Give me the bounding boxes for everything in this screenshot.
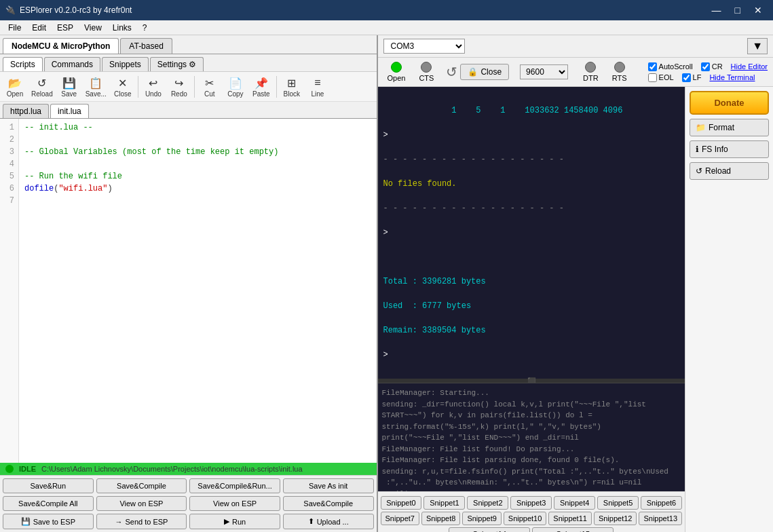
save-run-button[interactable]: Save&Run [3, 478, 94, 493]
cr-label[interactable]: CR [701, 62, 723, 71]
refresh-icon: ↺ [446, 64, 457, 80]
maximize-button[interactable]: □ [730, 3, 746, 17]
snippet6-button[interactable]: Snippet6 [641, 496, 682, 510]
snippet10-button[interactable]: Snippet10 [504, 512, 547, 525]
eol-label[interactable]: EOL [648, 73, 674, 82]
format-button[interactable]: 📁 Format [690, 119, 769, 136]
run-button[interactable]: ▶ Run [189, 514, 280, 529]
toolbar-open[interactable]: 📂 Open [3, 74, 27, 99]
saveas-icon: 📋 [88, 75, 103, 90]
snippet2-button[interactable]: Snippet2 [467, 496, 508, 510]
btn-row-1: Save&Run Save&Compile Save&Compile&Run..… [3, 478, 374, 493]
file-tab-init[interactable]: init.lua [50, 104, 89, 118]
com-refresh-icon[interactable]: ▼ [747, 38, 768, 54]
snippet8-button[interactable]: Snippet8 [421, 512, 460, 525]
hide-terminal-link[interactable]: Hide Terminal [709, 73, 755, 82]
toolbar-cut[interactable]: ✂ Cut [197, 74, 222, 99]
toolbar-redo[interactable]: ↪ Redo [167, 74, 191, 99]
autoscroll-label[interactable]: AutoScroll [648, 62, 693, 71]
save-compile-button-2[interactable]: Save&Compile [283, 496, 374, 511]
code-editor[interactable]: 1 2 3 4 5 6 7 -- init.lua -- -- Global V… [0, 119, 377, 463]
terminal-log: FileManager: Starting... sending: _dir=f… [378, 383, 685, 491]
lf-checkbox[interactable] [682, 73, 691, 82]
send-to-esp-button[interactable]: → Send to ESP [96, 514, 187, 529]
menu-help[interactable]: ? [137, 22, 153, 34]
toolbar-saveas[interactable]: 📋 Save... [83, 74, 109, 99]
menu-esp[interactable]: ESP [52, 22, 79, 34]
snippet1-button[interactable]: Snippet1 [423, 496, 465, 510]
snippet14-button[interactable]: Snippet14 [449, 527, 530, 532]
toolbar-block[interactable]: ⊞ Block [280, 74, 304, 99]
hide-editor-link[interactable]: Hide Editor [731, 62, 768, 71]
menu-file[interactable]: File [3, 22, 26, 34]
log-text: FileManager: Starting... sending: _dir=f… [382, 387, 681, 491]
close-button[interactable]: ✕ [749, 3, 768, 17]
lf-label[interactable]: LF [682, 73, 702, 82]
tab-snippets[interactable]: Snippets [102, 57, 149, 71]
titlebar-controls: — □ ✕ [706, 3, 768, 17]
save-as-init-button[interactable]: Save As init [283, 478, 374, 493]
snippet0-button[interactable]: Snippet0 [381, 496, 422, 510]
toolbar-sep1 [138, 76, 138, 98]
menu-links[interactable]: Links [107, 22, 137, 34]
tab-commands[interactable]: Commands [44, 57, 100, 71]
eol-checkbox[interactable] [648, 73, 657, 82]
snippet5-button[interactable]: Snippet5 [597, 496, 639, 510]
open-icon: 📂 [7, 75, 22, 90]
cts-button[interactable]: CTS [415, 60, 438, 83]
snippet3-button[interactable]: Snippet3 [510, 496, 552, 510]
fs-side-panel: Donate 📁 Format ℹ FS Info ↺ Reload [685, 87, 773, 532]
save-compile-run-button[interactable]: Save&Compile&Run... [189, 478, 280, 493]
send-to-esp-icon: → [115, 518, 122, 526]
snippet9-button[interactable]: Snippet9 [462, 512, 501, 525]
menu-view[interactable]: View [79, 22, 107, 34]
app-icon: 🔌 [5, 5, 16, 15]
donate-button[interactable]: Donate [690, 91, 769, 115]
view-on-esp-button-1[interactable]: View on ESP [96, 496, 187, 511]
redo-icon: ↪ [172, 75, 187, 90]
snippet15-button[interactable]: Snippet15 [532, 527, 614, 532]
titlebar-left: 🔌 ESPlorer v0.2.0-rc3 by 4refr0nt [5, 5, 132, 15]
toolbar-close[interactable]: ✕ Close [111, 74, 135, 99]
block-icon: ⊞ [284, 75, 299, 90]
open-button[interactable]: Open [383, 60, 410, 83]
tab-settings[interactable]: Settings ⚙ [150, 57, 204, 71]
snippet12-button[interactable]: Snippet12 [594, 512, 637, 525]
dtr-button[interactable]: DTR [579, 60, 603, 83]
save-compile-all-button[interactable]: Save&Compile All [3, 496, 94, 511]
reload-fs-button[interactable]: ↺ Reload [690, 162, 769, 180]
snippet13-button[interactable]: Snippet13 [639, 512, 682, 525]
menu-edit[interactable]: Edit [26, 22, 52, 34]
tab-nodemcu[interactable]: NodeMCU & MicroPython [3, 38, 119, 54]
upload-button[interactable]: ⬆ Upload ... [283, 514, 374, 529]
toolbar-paste[interactable]: 📌 Paste [249, 74, 274, 99]
tab-scripts[interactable]: Scripts [3, 57, 43, 71]
close-button-serial[interactable]: 🔒 Close [460, 64, 509, 80]
toolbar-line[interactable]: ≡ Line [305, 74, 330, 99]
toolbar-reload[interactable]: ↺ Reload [29, 74, 56, 99]
fsinfo-button[interactable]: ℹ FS Info [690, 140, 769, 158]
snippet7-button[interactable]: Snippet7 [381, 512, 419, 525]
rts-button[interactable]: RTS [608, 60, 631, 83]
close-serial-icon: 🔒 [468, 67, 478, 77]
code-content[interactable]: -- init.lua -- -- Global Variables (most… [19, 119, 377, 463]
minimize-button[interactable]: — [706, 3, 727, 17]
right-inner: 1 5 1 1033632 1458400 4096 > - - - - - -… [378, 87, 774, 532]
snippet4-button[interactable]: Snippet4 [554, 496, 595, 510]
toolbar-copy[interactable]: 📄 Copy [223, 74, 248, 99]
baud-select[interactable]: 9600 115200 57600 [520, 64, 568, 79]
tab-at-based[interactable]: AT-based [120, 38, 172, 54]
status-bar: IDLE C:\Users\Adam Lichnovsky\Documents\… [0, 463, 377, 475]
save-to-esp-button[interactable]: 💾 Save to ESP [3, 514, 94, 529]
com-port-select[interactable]: COM3 COM1 COM2 [383, 39, 465, 54]
save-compile-button[interactable]: Save&Compile [96, 478, 187, 493]
autoscroll-checkbox[interactable] [648, 62, 657, 71]
bottom-buttons: Save&Run Save&Compile Save&Compile&Run..… [0, 475, 377, 532]
toolbar-undo[interactable]: ↩ Undo [141, 74, 166, 99]
status-led [5, 465, 14, 473]
toolbar-save[interactable]: 💾 Save [57, 74, 81, 99]
snippet11-button[interactable]: Snippet11 [548, 512, 592, 525]
cr-checkbox[interactable] [701, 62, 710, 71]
file-tab-httpd[interactable]: httpd.lua [3, 104, 49, 118]
view-on-esp-button-2[interactable]: View on ESP [189, 496, 280, 511]
